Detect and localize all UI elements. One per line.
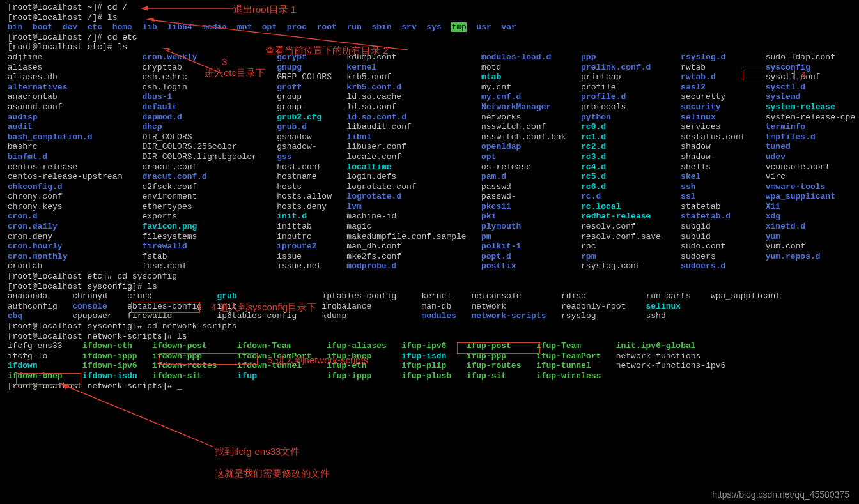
etc-subgid: subgid [681,222,711,231]
etc-rsyslog.conf: rsyslog.conf [581,261,641,271]
etc-vconsole.conf: vconsole.conf [766,162,830,172]
ns-ifcfg-ens33: ifcfg-ens33 [8,341,63,351]
etc-ld.so.conf: ld.so.conf [346,102,396,112]
sys-network: network [471,302,506,311]
sys-authconfig: authconfig [8,302,58,311]
etc-GREP_COLORS: GREP_COLORS [277,72,332,82]
sys-cpupower: cpupower [72,311,112,321]
etc-sysctl.d: sysctl.d [766,82,805,92]
etc-adjtime: adjtime [8,52,43,62]
etc-bashrc: bashrc [8,142,38,151]
ns-ifup-ipv6: ifup-ipv6 [401,341,446,351]
etc-printcap: printcap [581,72,621,82]
etc-dracut.conf: dracut.conf [142,162,197,172]
etc-binfmt.d: binfmt.d [8,152,47,162]
root-dir-root: root [317,22,337,32]
etc-centos-release-upstream: centos-release-upstream [8,172,122,181]
etc-shells: shells [681,162,711,172]
ns-ifup-wireless: ifup-wireless [536,371,601,381]
etc-krb5.conf.d: krb5.conf.d [346,82,401,92]
etc-magic: magic [346,222,371,231]
etc-asound.conf: asound.conf [8,102,63,112]
root-dir-home: home [112,22,132,32]
etc-rsyslog.d: rsyslog.d [681,52,725,62]
etc-ssl: ssl [681,192,695,201]
etc-localtime: localtime [346,162,391,172]
ns-ifdown-ippp: ifdown-ippp [82,351,137,361]
etc-login.defs: login.defs [346,172,396,181]
etc-cron.weekly: cron.weekly [142,52,197,62]
etc-mke2fs.conf: mke2fs.conf [346,252,401,261]
etc-skel: skel [681,172,700,181]
etc-redhat-release: redhat-release [581,211,651,221]
etc-group: group [277,92,302,102]
ns-ifdown-TeamPort: ifdown-TeamPort [237,351,312,361]
etc-wpa_supplicant: wpa_supplicant [766,192,835,201]
ns-ifdown-tunnel: ifdown-tunnel [237,361,302,370]
etc-favicon.png: favicon.png [142,222,197,231]
sys-init: init [217,302,237,311]
root-dir-opt: opt [262,22,277,32]
etc-polkit-1: polkit-1 [481,241,521,251]
ns-ifup-sit: ifup-sit [467,371,506,381]
etc-X11: X11 [766,202,780,211]
sys-rdisc: rdisc [561,291,586,301]
etc-rpc: rpc [581,241,596,251]
etc-crypttab: crypttab [142,63,182,72]
root-dir-mnt: mnt [237,22,252,32]
root-dir-lib64: lib64 [167,22,192,32]
etc-services: services [681,122,720,132]
etc-hosts.allow: hosts.allow [277,192,332,201]
etc-groff: groff [277,82,302,92]
etc-rc4.d: rc4.d [581,162,606,172]
etc-kdump.conf: kdump.conf [346,52,396,62]
ns-ifup-ppp: ifup-ppp [467,351,506,361]
ns-ifup-aliases: ifup-aliases [327,341,387,351]
root-dir-var: var [501,22,516,32]
etc-plymouth: plymouth [481,222,521,231]
etc-hosts: hosts [277,182,302,192]
etc-xinetd.d: xinetd.d [766,222,805,231]
etc-pm: pm [481,232,491,241]
etc-rc3.d: rc3.d [581,152,606,162]
etc-pam.d: pam.d [481,172,506,181]
etc-ssh: ssh [681,182,695,192]
etc-opt: opt [481,152,496,162]
etc-dhcp: dhcp [142,122,162,132]
etc-hosts.deny: hosts.deny [277,202,327,211]
etc-resolv.conf: resolv.conf [581,222,636,231]
etc-cron.daily: cron.daily [8,222,58,231]
etc-protocols: protocols [581,102,626,112]
svg-line-6 [64,385,214,447]
terminal-output: [root@localhost ~]# cd / [root@localhost… [3,3,856,391]
etc-chkconfig.d: chkconfig.d [8,182,63,192]
ns-ifup-eth: ifup-eth [327,361,366,370]
sys-selinux: selinux [646,302,681,311]
ns-ifup: ifup [237,371,257,381]
ns-ifdown: ifdown [8,361,38,370]
etc-nsswitch.conf.bak: nsswitch.conf.bak [481,132,566,142]
ns-ifup-tunnel: ifup-tunnel [536,361,591,370]
etc-profile: profile [581,82,616,92]
etc-machine-id: machine-id [346,211,396,221]
etc-dbus-1: dbus-1 [142,92,172,102]
etc-DIR_COLORS.256color: DIR_COLORS.256color [142,142,236,151]
etc-depmod.d: depmod.d [142,112,182,122]
etc-rc0.d: rc0.d [581,122,606,132]
etc-sudoers: sudoers [681,252,716,261]
etc-chrony.keys: chrony.keys [8,202,63,211]
sys-kdump: kdump [321,311,346,321]
etc-NetworkManager: NetworkManager [481,102,551,112]
etc-makedumpfile.conf.sample: makedumpfile.conf.sample [346,232,466,241]
etc-rc2.d: rc2.d [581,142,606,151]
ns-ifdown-sit: ifdown-sit [152,371,202,381]
watermark: https://blog.csdn.net/qq_45580375 [712,489,849,500]
etc-lvm: lvm [346,202,361,211]
etc-gshadow: gshadow [277,132,312,142]
etc-ppp: ppp [581,52,596,62]
etc-udev: udev [766,152,785,162]
etc-mtab: mtab [481,72,501,82]
root-dir-proc: proc [287,22,307,32]
etc-anacrontab: anacrontab [8,92,58,102]
etc-yum.conf: yum.conf [766,241,805,251]
